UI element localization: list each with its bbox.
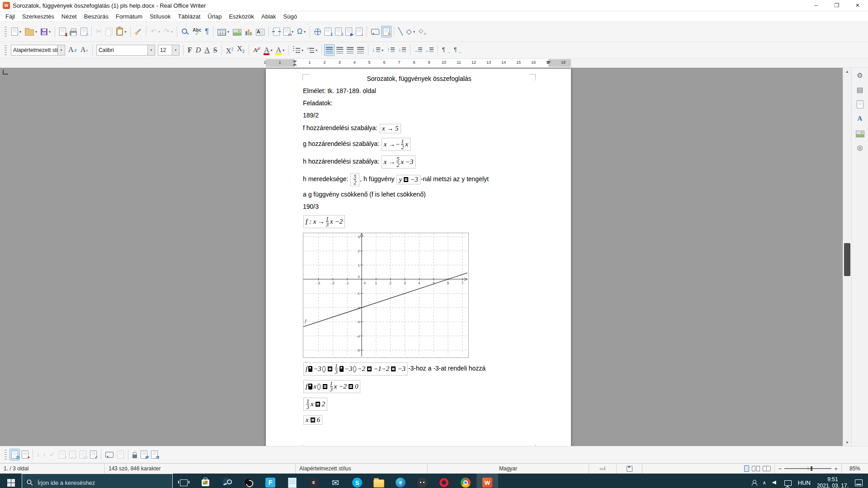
- toolbar-grip[interactable]: [5, 27, 7, 37]
- clock[interactable]: 9:51 2021. 03. 17.: [817, 476, 849, 488]
- menu-szerkesztes[interactable]: Szerkesztés: [19, 12, 58, 21]
- align-center-button[interactable]: [335, 44, 345, 56]
- formatting-marks-button[interactable]: ¶: [203, 26, 211, 38]
- taskbar-app-task-view[interactable]: [173, 474, 194, 488]
- insert-hyperlink-button[interactable]: [312, 26, 323, 38]
- new-document-button[interactable]: ▾: [9, 26, 23, 38]
- bullet-list-button[interactable]: ▾: [291, 44, 305, 56]
- save-state-field[interactable]: [617, 464, 642, 474]
- insert-table-dropdown[interactable]: ▾: [227, 30, 229, 34]
- subscript-button[interactable]: X2: [235, 44, 246, 56]
- underline-button[interactable]: A: [203, 44, 212, 56]
- font-size-combo[interactable]: 12▾: [158, 45, 179, 56]
- reject-all-changes-button[interactable]: ××: [78, 449, 88, 460]
- close-button[interactable]: ✕: [847, 0, 868, 11]
- insert-image-button[interactable]: [231, 26, 243, 38]
- menu-sugo[interactable]: Súgó: [280, 12, 301, 21]
- cross-reference-button[interactable]: →: [354, 26, 364, 38]
- insert-page-break-button[interactable]: [271, 26, 282, 38]
- toolbar-grip[interactable]: [5, 45, 7, 55]
- minimize-button[interactable]: –: [806, 0, 826, 11]
- right-to-left-button[interactable]: [452, 44, 464, 56]
- insert-endnote-button[interactable]: i: [333, 26, 344, 38]
- network-icon[interactable]: [784, 480, 792, 486]
- insert-special-character-button[interactable]: Ω▾: [295, 26, 307, 38]
- menu-tablazat[interactable]: Táblázat: [174, 12, 204, 21]
- page-style-field[interactable]: Alapértelmezett stílus: [296, 464, 428, 474]
- formula-object[interactable]: x6: [303, 415, 322, 425]
- toolbar-grip[interactable]: [5, 450, 7, 460]
- formula-object[interactable]: x → 5: [380, 124, 401, 133]
- horizontal-ruler[interactable]: 21123456789101112131415161718: [266, 59, 571, 67]
- function-graph[interactable]: -3-2-101234567-5-4-3-2-11230f: [303, 233, 469, 358]
- menu-fajl[interactable]: Fájl: [2, 12, 19, 21]
- zoom-out-button[interactable]: −: [778, 465, 782, 472]
- taskbar-app-chrome[interactable]: [455, 474, 476, 488]
- track-changes-button[interactable]: ✎: [381, 26, 392, 38]
- font-name-dropdown[interactable]: ▾: [147, 45, 155, 55]
- accept-all-changes-button[interactable]: ✓✓: [67, 449, 78, 460]
- open-folder-dropdown[interactable]: ▾: [35, 30, 37, 34]
- scroll-up-arrow[interactable]: ▲: [843, 68, 851, 75]
- left-to-right-button[interactable]: [440, 44, 452, 56]
- paragraph-style-combo[interactable]: Alapértelmezett sti▾: [11, 45, 65, 56]
- zoom-in-button[interactable]: +: [834, 465, 838, 472]
- increase-indent-button[interactable]: [413, 44, 424, 56]
- save-button[interactable]: ▾: [39, 26, 52, 38]
- formula-object[interactable]: x →−12x: [382, 138, 410, 151]
- font-name-combo[interactable]: Calibri▾: [96, 45, 155, 56]
- compare-document-button[interactable]: ⇄: [139, 449, 149, 460]
- align-left-button[interactable]: [324, 44, 335, 56]
- insert-text-box-button[interactable]: [254, 26, 266, 38]
- italic-button[interactable]: D: [194, 44, 203, 56]
- formula-object[interactable]: 52: [350, 173, 359, 186]
- clone-formatting-button[interactable]: [133, 26, 144, 38]
- taskbar-app-fortnite[interactable]: F: [259, 474, 281, 488]
- print-preview-button[interactable]: ○: [79, 26, 89, 38]
- insert-special-character-dropdown[interactable]: ▾: [304, 30, 306, 34]
- taskbar-app-epic-games[interactable]: E: [303, 474, 325, 488]
- insert-line-button[interactable]: ╲: [396, 26, 405, 38]
- navigator-deck-tab[interactable]: ◎: [854, 142, 866, 153]
- insert-comment-button[interactable]: [104, 449, 115, 460]
- menu-beszuras[interactable]: Beszúrás: [80, 12, 112, 21]
- strikethrough-button[interactable]: S: [212, 44, 219, 56]
- increase-paragraph-spacing-button[interactable]: [385, 44, 396, 56]
- sidebar-settings-tab[interactable]: ⚙: [854, 70, 866, 81]
- page-deck-tab[interactable]: [854, 99, 866, 110]
- font-color-dropdown[interactable]: ▾: [270, 48, 272, 52]
- decrease-paragraph-spacing-button[interactable]: [396, 44, 408, 56]
- reject-change-button[interactable]: ×: [57, 449, 67, 460]
- start-button[interactable]: [0, 474, 22, 488]
- taskbar-app-microsoft-edge[interactable]: e: [390, 474, 411, 488]
- insert-table-button[interactable]: ▾: [216, 26, 231, 38]
- taskbar-app-opera[interactable]: [433, 474, 455, 488]
- tab-stop-selector[interactable]: [3, 70, 8, 75]
- bullet-list-dropdown[interactable]: ▾: [302, 48, 303, 52]
- taskbar-app-notepad[interactable]: [281, 474, 303, 488]
- print-button[interactable]: [68, 26, 79, 38]
- formula-object[interactable]: fx13x −20: [303, 380, 360, 393]
- merge-document-button[interactable]: ⇉: [149, 449, 160, 460]
- insert-bookmark-button[interactable]: ▶: [344, 26, 354, 38]
- export-pdf-button[interactable]: ▮: [57, 26, 68, 38]
- language-indicator[interactable]: HUN: [798, 479, 811, 486]
- formula-object[interactable]: y −3: [396, 175, 420, 184]
- basic-shapes-button[interactable]: ◇▾: [405, 26, 417, 38]
- multi-page-view-button[interactable]: [752, 466, 760, 471]
- properties-deck-tab[interactable]: ▤: [854, 84, 866, 95]
- taskbar-app-mail[interactable]: ✉: [325, 474, 346, 488]
- font-color-button[interactable]: A▾: [262, 44, 274, 56]
- taskbar-app-microsoft-store[interactable]: [194, 474, 216, 488]
- symbol-shapes-button[interactable]: [417, 26, 428, 38]
- taskbar-app-office-writer[interactable]: W: [476, 474, 498, 488]
- redo-button[interactable]: ↷▾: [162, 26, 175, 38]
- manage-track-changes-button[interactable]: ✓: [88, 449, 99, 460]
- taskbar-search[interactable]: [22, 474, 173, 488]
- delete-comment-button[interactable]: [115, 449, 126, 460]
- menu-eszkozok[interactable]: Eszközök: [225, 12, 258, 21]
- record-track-changes-button[interactable]: ●: [20, 449, 30, 460]
- menu-nezet[interactable]: Nézet: [58, 12, 80, 21]
- book-view-button[interactable]: [763, 466, 771, 471]
- line-spacing-dropdown[interactable]: ▾: [382, 48, 383, 52]
